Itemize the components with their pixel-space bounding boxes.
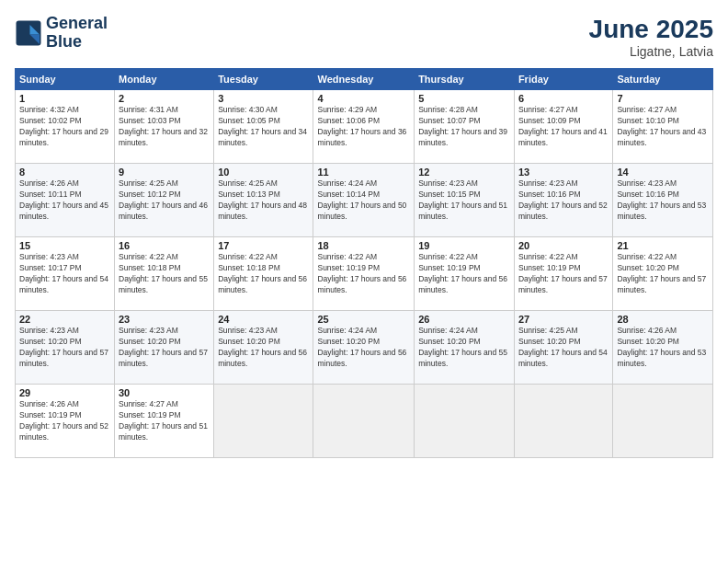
table-row: 17 Sunrise: 4:22 AM Sunset: 10:18 PM Day…	[214, 237, 313, 311]
header-area: General Blue June 2025 Ligatne, Latvia	[15, 15, 713, 59]
table-row: 18 Sunrise: 4:22 AM Sunset: 10:19 PM Day…	[313, 237, 415, 311]
col-saturday: Saturday	[613, 69, 713, 90]
table-row: 14 Sunrise: 4:23 AM Sunset: 10:16 PM Day…	[613, 164, 713, 237]
day-number: 25	[317, 314, 410, 325]
table-row: 10 Sunrise: 4:25 AM Sunset: 10:13 PM Day…	[214, 164, 313, 237]
table-row: 30 Sunrise: 4:27 AM Sunset: 10:19 PM Day…	[115, 385, 214, 458]
table-row: 13 Sunrise: 4:23 AM Sunset: 10:16 PM Day…	[514, 164, 612, 237]
table-row	[514, 385, 612, 458]
day-detail: Sunrise: 4:22 AM Sunset: 10:18 PM Daylig…	[119, 252, 210, 296]
day-number: 26	[418, 314, 510, 325]
day-detail: Sunrise: 4:22 AM Sunset: 10:20 PM Daylig…	[617, 252, 709, 296]
day-number: 17	[218, 240, 309, 251]
logo-text: General Blue	[46, 15, 108, 52]
table-row: 16 Sunrise: 4:22 AM Sunset: 10:18 PM Day…	[115, 237, 214, 311]
day-detail: Sunrise: 4:24 AM Sunset: 10:20 PM Daylig…	[418, 326, 510, 370]
table-row: 27 Sunrise: 4:25 AM Sunset: 10:20 PM Day…	[514, 311, 612, 385]
day-number: 23	[119, 314, 210, 325]
day-number: 10	[218, 167, 309, 178]
day-number: 15	[19, 240, 110, 251]
table-row: 26 Sunrise: 4:24 AM Sunset: 10:20 PM Day…	[415, 311, 515, 385]
day-detail: Sunrise: 4:26 AM Sunset: 10:19 PM Daylig…	[19, 399, 110, 443]
col-friday: Friday	[514, 69, 612, 90]
table-row: 20 Sunrise: 4:22 AM Sunset: 10:19 PM Day…	[514, 237, 612, 311]
day-detail: Sunrise: 4:23 AM Sunset: 10:15 PM Daylig…	[418, 178, 510, 223]
day-number: 13	[518, 167, 609, 178]
table-row: 21 Sunrise: 4:22 AM Sunset: 10:20 PM Day…	[613, 237, 713, 311]
calendar-row: 29 Sunrise: 4:26 AM Sunset: 10:19 PM Day…	[16, 385, 713, 458]
day-number: 27	[518, 314, 609, 325]
day-detail: Sunrise: 4:30 AM Sunset: 10:05 PM Daylig…	[218, 105, 309, 149]
day-number: 20	[518, 240, 609, 251]
day-number: 18	[317, 240, 410, 251]
table-row: 25 Sunrise: 4:24 AM Sunset: 10:20 PM Day…	[313, 311, 415, 385]
day-number: 5	[418, 93, 510, 104]
day-number: 21	[617, 240, 709, 251]
day-detail: Sunrise: 4:23 AM Sunset: 10:20 PM Daylig…	[119, 326, 210, 370]
table-row: 8 Sunrise: 4:26 AM Sunset: 10:11 PM Dayl…	[16, 164, 115, 237]
table-row: 23 Sunrise: 4:23 AM Sunset: 10:20 PM Day…	[115, 311, 214, 385]
table-row	[214, 385, 313, 458]
day-detail: Sunrise: 4:22 AM Sunset: 10:19 PM Daylig…	[518, 252, 609, 296]
table-row: 12 Sunrise: 4:23 AM Sunset: 10:15 PM Day…	[415, 164, 515, 237]
page: General Blue June 2025 Ligatne, Latvia S…	[0, 0, 728, 563]
col-sunday: Sunday	[16, 69, 115, 90]
day-number: 7	[617, 93, 709, 104]
calendar-row: 1 Sunrise: 4:32 AM Sunset: 10:02 PM Dayl…	[16, 90, 713, 164]
day-number: 12	[418, 167, 510, 178]
col-tuesday: Tuesday	[214, 69, 313, 90]
day-detail: Sunrise: 4:29 AM Sunset: 10:06 PM Daylig…	[317, 105, 410, 149]
day-detail: Sunrise: 4:26 AM Sunset: 10:20 PM Daylig…	[617, 326, 709, 370]
day-number: 3	[218, 93, 309, 104]
table-row: 11 Sunrise: 4:24 AM Sunset: 10:14 PM Day…	[313, 164, 415, 237]
day-number: 28	[617, 314, 709, 325]
day-number: 29	[19, 387, 110, 398]
day-number: 22	[19, 314, 110, 325]
day-detail: Sunrise: 4:24 AM Sunset: 10:20 PM Daylig…	[317, 326, 410, 370]
day-number: 16	[119, 240, 210, 251]
logo-line1: General	[46, 15, 108, 33]
calendar-row: 8 Sunrise: 4:26 AM Sunset: 10:11 PM Dayl…	[16, 164, 713, 237]
calendar-table: Sunday Monday Tuesday Wednesday Thursday…	[15, 68, 713, 458]
day-detail: Sunrise: 4:26 AM Sunset: 10:11 PM Daylig…	[19, 178, 110, 223]
day-number: 11	[317, 167, 410, 178]
day-detail: Sunrise: 4:25 AM Sunset: 10:13 PM Daylig…	[218, 178, 309, 223]
table-row	[415, 385, 515, 458]
table-row: 1 Sunrise: 4:32 AM Sunset: 10:02 PM Dayl…	[16, 90, 115, 164]
day-number: 19	[418, 240, 510, 251]
month-title: June 2025	[589, 15, 713, 44]
day-detail: Sunrise: 4:31 AM Sunset: 10:03 PM Daylig…	[119, 105, 210, 149]
title-area: June 2025 Ligatne, Latvia	[589, 15, 713, 59]
logo-icon	[15, 19, 42, 47]
table-row: 29 Sunrise: 4:26 AM Sunset: 10:19 PM Day…	[16, 385, 115, 458]
day-number: 24	[218, 314, 309, 325]
day-detail: Sunrise: 4:22 AM Sunset: 10:19 PM Daylig…	[418, 252, 510, 296]
day-detail: Sunrise: 4:22 AM Sunset: 10:18 PM Daylig…	[218, 252, 309, 296]
day-detail: Sunrise: 4:24 AM Sunset: 10:14 PM Daylig…	[317, 178, 410, 223]
day-number: 8	[19, 167, 110, 178]
table-row: 19 Sunrise: 4:22 AM Sunset: 10:19 PM Day…	[415, 237, 515, 311]
table-row: 15 Sunrise: 4:23 AM Sunset: 10:17 PM Day…	[16, 237, 115, 311]
location-title: Ligatne, Latvia	[589, 44, 713, 59]
col-thursday: Thursday	[415, 69, 515, 90]
col-monday: Monday	[115, 69, 214, 90]
day-detail: Sunrise: 4:22 AM Sunset: 10:19 PM Daylig…	[317, 252, 410, 296]
table-row: 6 Sunrise: 4:27 AM Sunset: 10:09 PM Dayl…	[514, 90, 612, 164]
table-row: 22 Sunrise: 4:23 AM Sunset: 10:20 PM Day…	[16, 311, 115, 385]
table-row	[313, 385, 415, 458]
day-detail: Sunrise: 4:27 AM Sunset: 10:10 PM Daylig…	[617, 105, 709, 149]
day-detail: Sunrise: 4:23 AM Sunset: 10:20 PM Daylig…	[19, 326, 110, 370]
calendar-row: 22 Sunrise: 4:23 AM Sunset: 10:20 PM Day…	[16, 311, 713, 385]
day-number: 30	[119, 387, 210, 398]
day-detail: Sunrise: 4:23 AM Sunset: 10:20 PM Daylig…	[218, 326, 309, 370]
day-number: 2	[119, 93, 210, 104]
table-row: 24 Sunrise: 4:23 AM Sunset: 10:20 PM Day…	[214, 311, 313, 385]
table-row: 28 Sunrise: 4:26 AM Sunset: 10:20 PM Day…	[613, 311, 713, 385]
table-row: 2 Sunrise: 4:31 AM Sunset: 10:03 PM Dayl…	[115, 90, 214, 164]
table-row	[613, 385, 713, 458]
day-number: 9	[119, 167, 210, 178]
day-number: 4	[317, 93, 410, 104]
logo: General Blue	[15, 15, 108, 52]
day-detail: Sunrise: 4:32 AM Sunset: 10:02 PM Daylig…	[19, 105, 110, 149]
table-row: 4 Sunrise: 4:29 AM Sunset: 10:06 PM Dayl…	[313, 90, 415, 164]
